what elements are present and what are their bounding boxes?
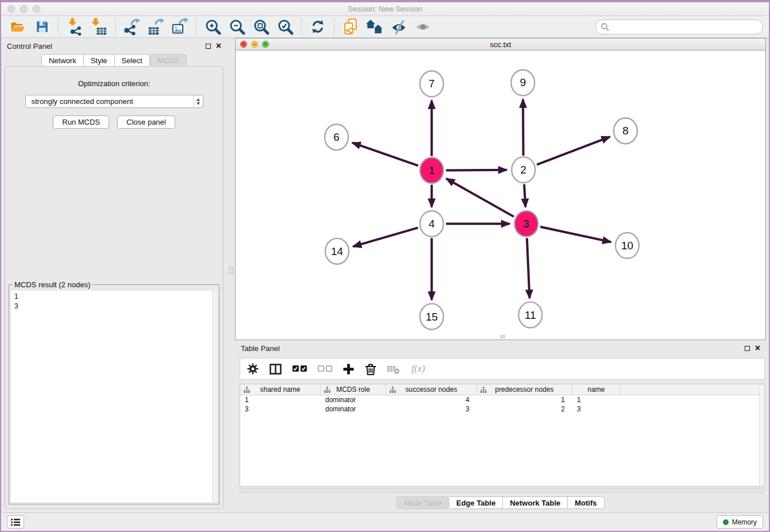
home-button[interactable]	[364, 18, 385, 36]
network-zoom-button[interactable]: +	[262, 41, 269, 48]
column-header-MCDS-role[interactable]: MCDS role	[321, 384, 386, 395]
graph-edge-1-6[interactable]	[352, 142, 418, 165]
column-label: MCDS role	[336, 385, 370, 394]
graph-edge-3-10[interactable]	[540, 227, 611, 242]
cp-tab-mcds[interactable]: MCDS	[150, 54, 187, 67]
table-settings-button[interactable]	[247, 363, 259, 375]
cell-shared-name[interactable]: 3	[240, 404, 321, 414]
hide-panel-button[interactable]	[388, 18, 409, 36]
graph-edge-2-9[interactable]	[523, 99, 523, 156]
search-input[interactable]	[612, 22, 757, 32]
table-tab-edge-table[interactable]: Edge Table	[449, 496, 503, 509]
divider-grip-icon[interactable]	[229, 267, 233, 274]
memory-button[interactable]: Memory	[717, 515, 763, 529]
graph-node-10[interactable]: 10	[615, 233, 639, 259]
titlebar: Session: New Session	[1, 2, 769, 16]
search-box[interactable]	[595, 20, 763, 34]
close-panel-button[interactable]: Close panel	[117, 115, 175, 129]
graph-edge-2-8[interactable]	[537, 137, 610, 165]
task-history-button[interactable]	[7, 515, 24, 529]
graph-node-3[interactable]: 3	[514, 211, 538, 237]
network-graph[interactable]: 1234678910111415	[236, 51, 765, 340]
import-table-button[interactable]	[88, 18, 109, 36]
cell-MCDS-role[interactable]: dominator	[321, 395, 386, 404]
criterion-dropdown[interactable]: strongly connected component	[25, 95, 203, 108]
export-network-button[interactable]	[121, 18, 142, 36]
toolbar-separator	[334, 19, 334, 35]
column-header-name[interactable]: name	[572, 384, 621, 395]
table-row[interactable]: 1dominator411	[240, 395, 764, 404]
network-close-button[interactable]: ×	[240, 41, 247, 48]
delete-table-button[interactable]	[387, 364, 401, 375]
open-session-button[interactable]	[7, 18, 28, 36]
table-hscrollbar[interactable]	[240, 488, 765, 493]
apply-layout-button[interactable]	[307, 18, 328, 36]
column-type-icon	[480, 387, 487, 393]
column-header-predecessor-nodes[interactable]: predecessor nodes	[477, 384, 572, 395]
cp-tab-network[interactable]: Network	[41, 54, 84, 67]
zoom-in-button[interactable]	[202, 18, 223, 36]
zoom-selected-button[interactable]	[275, 18, 295, 36]
show-panel-button[interactable]	[413, 18, 433, 36]
cp-tab-select[interactable]: Select	[115, 54, 150, 67]
add-column-button[interactable]	[343, 364, 354, 375]
graph-node-1[interactable]: 1	[420, 157, 444, 183]
graph-node-14[interactable]: 14	[325, 238, 349, 264]
result-scrollbar[interactable]	[212, 291, 217, 502]
graph-node-8[interactable]: 8	[614, 118, 637, 144]
column-header-successor-nodes[interactable]: successor nodes	[386, 384, 477, 395]
float-table-panel-icon[interactable]	[745, 346, 750, 351]
table-split-view-button[interactable]	[270, 364, 282, 375]
graph-edge-3-11[interactable]	[527, 238, 530, 298]
save-session-button[interactable]	[32, 18, 52, 36]
cell-MCDS-role[interactable]: dominator	[321, 404, 386, 414]
graph-node-11[interactable]: 11	[518, 302, 542, 328]
mcds-result-list[interactable]: 13	[11, 291, 217, 502]
eye-icon	[414, 20, 432, 34]
export-table-button[interactable]	[145, 18, 166, 36]
duplicate-network-button[interactable]	[340, 18, 361, 36]
import-network-button[interactable]	[64, 18, 85, 36]
cp-tab-style[interactable]: Style	[84, 54, 115, 67]
table-row[interactable]: 3dominator323	[240, 404, 764, 414]
delete-column-button[interactable]	[365, 363, 376, 375]
panel-divider[interactable]	[227, 38, 235, 512]
run-mcds-button[interactable]: Run MCDS	[53, 115, 109, 129]
cell-name[interactable]: 3	[572, 404, 621, 414]
graph-edge-4-14[interactable]	[353, 228, 418, 246]
network-minimize-button[interactable]: −	[251, 41, 258, 48]
float-panel-icon[interactable]	[206, 44, 211, 49]
graph-node-15[interactable]: 15	[420, 304, 444, 330]
toolbar-separator	[58, 19, 59, 35]
export-image-button[interactable]	[170, 18, 190, 36]
cell-successor-nodes[interactable]: 4	[386, 395, 477, 404]
canvas-resize-grip[interactable]	[500, 335, 505, 338]
close-panel-icon[interactable]: ×	[216, 41, 221, 51]
graph-edge-3-1[interactable]	[446, 179, 514, 217]
graph-edge-1-2[interactable]	[446, 170, 507, 171]
table-scrollbar[interactable]	[759, 384, 764, 486]
cell-name[interactable]: 1	[572, 395, 621, 404]
graph-node-9[interactable]: 9	[511, 70, 534, 95]
table-tab-network-table[interactable]: Network Table	[503, 496, 568, 509]
select-all-columns-button[interactable]	[292, 365, 307, 373]
cell-successor-nodes[interactable]: 3	[386, 404, 477, 414]
graph-node-6[interactable]: 6	[325, 124, 348, 150]
cell-predecessor-nodes[interactable]: 1	[477, 395, 572, 404]
cell-shared-name[interactable]: 1	[240, 395, 321, 404]
graph-node-2[interactable]: 2	[511, 157, 535, 183]
graph-node-7[interactable]: 7	[420, 71, 444, 97]
graph-edge-2-3[interactable]	[524, 184, 525, 207]
zoom-out-button[interactable]	[226, 18, 247, 36]
table-tab-node-table[interactable]: Node Table	[396, 496, 449, 509]
column-header-shared-name[interactable]: shared name	[240, 384, 321, 395]
deselect-all-columns-button[interactable]	[318, 365, 332, 373]
function-builder-button[interactable]: f(x)	[411, 363, 425, 375]
graph-node-4[interactable]: 4	[420, 211, 444, 237]
checked-boxes-icon	[292, 365, 307, 373]
zoom-fit-button[interactable]	[251, 18, 271, 36]
network-canvas[interactable]: 1234678910111415	[236, 51, 765, 340]
table-tab-motifs[interactable]: Motifs	[568, 496, 604, 509]
close-table-panel-icon[interactable]: ×	[755, 344, 760, 353]
cell-predecessor-nodes[interactable]: 2	[477, 404, 572, 414]
